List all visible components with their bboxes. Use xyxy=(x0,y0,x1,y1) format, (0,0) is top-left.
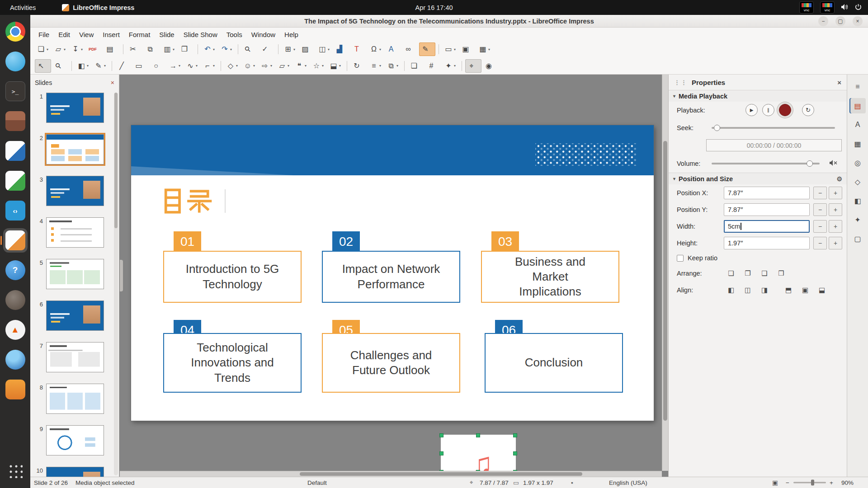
stepper-plus-button[interactable]: + xyxy=(829,220,842,233)
play-button[interactable]: ▶ xyxy=(745,104,758,116)
seek-slider-thumb[interactable] xyxy=(714,125,720,131)
volume-icon[interactable] xyxy=(841,4,849,12)
browser-icon[interactable] xyxy=(3,347,28,372)
toc-item-box[interactable]: Business and Market Implications xyxy=(481,251,619,303)
zoom-slider[interactable] xyxy=(793,482,826,483)
slide-editing-area[interactable]: 目录 01 Introduction to 5G Technology 02 I… xyxy=(131,125,654,421)
shadow-button[interactable]: ❏ xyxy=(408,59,424,73)
slide-thumbnail[interactable] xyxy=(46,342,104,372)
power-icon[interactable] xyxy=(855,4,862,12)
stepper-minus-button[interactable]: − xyxy=(813,220,827,233)
glue-points-button[interactable]: ◉ xyxy=(482,59,499,73)
toc-item[interactable]: 03 Business and Market Implications xyxy=(481,231,619,303)
position-x-field[interactable]: 7.87″ xyxy=(724,187,810,199)
align-center-button[interactable]: ◫ xyxy=(741,284,755,296)
crop-button[interactable]: # xyxy=(425,59,441,73)
cut-button[interactable]: ✂ xyxy=(127,42,143,56)
menu-item[interactable]: Format xyxy=(124,29,155,40)
show-applications-icon[interactable] xyxy=(7,463,23,483)
new-slide-button[interactable]: ▭▾ xyxy=(442,42,458,56)
position-size-section-header[interactable]: ▾ Position and Size ⚙ xyxy=(669,173,847,184)
media-playback-section-header[interactable]: ▾ Media Playback xyxy=(669,90,847,102)
help-icon[interactable]: ? xyxy=(3,258,28,282)
slide-thumbnail[interactable] xyxy=(46,134,104,164)
save-button[interactable]: ↧▾ xyxy=(69,42,85,56)
cursor-position-value[interactable]: 7.87 / 7.87 xyxy=(480,479,509,486)
slide-thumbnail[interactable] xyxy=(46,217,104,248)
menu-item[interactable]: Slide Show xyxy=(179,29,222,40)
slide-thumbnail[interactable] xyxy=(46,384,104,414)
special-character-button[interactable]: Ω▾ xyxy=(368,42,384,56)
zoom-out-button[interactable]: − xyxy=(786,479,789,486)
menu-item[interactable]: Tools xyxy=(222,29,247,40)
menu-item[interactable]: Edit xyxy=(54,29,75,40)
volume-slider[interactable] xyxy=(712,163,820,164)
insert-image-button[interactable]: ▨ xyxy=(299,42,315,56)
paste-button[interactable]: ▥▾ xyxy=(161,42,177,56)
width-field[interactable]: 5cm xyxy=(724,220,810,233)
stepper-minus-button[interactable]: − xyxy=(813,203,827,216)
slide-thumbnail[interactable] xyxy=(46,176,104,206)
stop-button[interactable] xyxy=(779,104,791,116)
block-arrows-button[interactable]: ⇨▾ xyxy=(259,59,275,73)
activities-button[interactable]: Activities xyxy=(10,4,36,11)
slide-thumbnail[interactable] xyxy=(46,467,104,477)
print-button[interactable]: ▤ xyxy=(104,42,120,56)
slide-thumbnail[interactable] xyxy=(46,93,104,123)
toc-item-box[interactable]: Introduction to 5G Technology xyxy=(163,251,302,303)
menu-item[interactable]: Insert xyxy=(98,29,124,40)
symbol-shapes-button[interactable]: ☺▾ xyxy=(241,59,258,73)
send-to-back-button[interactable]: ❒ xyxy=(774,267,788,280)
vscode-icon[interactable]: ‹› xyxy=(3,198,28,223)
send-backward-button[interactable]: ❑ xyxy=(757,267,772,280)
slides-panel-scrollbar[interactable] xyxy=(114,93,118,475)
edit-points-button[interactable]: ⌖ xyxy=(465,59,481,73)
stepper-minus-button[interactable]: − xyxy=(813,237,827,249)
zoom-tool-button[interactable]: ⚲ xyxy=(52,59,68,73)
menu-item[interactable]: Help xyxy=(280,29,303,40)
writer-icon[interactable] xyxy=(3,139,28,163)
rotate-button[interactable]: ↻ xyxy=(350,59,367,73)
software-icon[interactable] xyxy=(3,377,28,402)
toc-item-box[interactable]: Technological Innovations and Trends xyxy=(163,333,302,393)
stars-button[interactable]: ☆▾ xyxy=(310,59,326,73)
basic-shapes-button[interactable]: ◇▾ xyxy=(224,59,241,73)
minimize-button[interactable]: − xyxy=(818,16,828,26)
slide-thumbnail[interactable] xyxy=(46,300,104,331)
zoom-slider-thumb[interactable] xyxy=(811,480,814,486)
vnc-icon[interactable]: vnc xyxy=(820,1,835,14)
master-slides-tab-icon[interactable]: ▢ xyxy=(849,231,866,246)
align-objects-button[interactable]: ≡▾ xyxy=(368,59,384,73)
loop-button[interactable]: ↻ xyxy=(802,104,814,116)
close-button[interactable]: × xyxy=(853,16,863,26)
export-pdf-button[interactable]: PDF xyxy=(86,42,103,56)
selection-handle[interactable] xyxy=(476,433,480,437)
bring-to-front-button[interactable]: ❏ xyxy=(724,267,738,280)
maximize-button[interactable]: ▢ xyxy=(835,16,845,26)
vnc-icon[interactable]: vnc xyxy=(799,1,814,14)
zoom-in-button[interactable]: + xyxy=(830,479,833,486)
menu-item[interactable]: File xyxy=(34,29,54,40)
zoom-level-value[interactable]: 90% xyxy=(841,479,854,486)
arrange-button[interactable]: ⧉▾ xyxy=(385,59,401,73)
animation-tab-icon[interactable]: ✦ xyxy=(849,212,866,227)
duplicate-slide-button[interactable]: ▣ xyxy=(459,42,476,56)
mute-icon[interactable] xyxy=(829,159,838,168)
clock[interactable]: Apr 16 17:40 xyxy=(415,4,453,11)
slides-panel-close-icon[interactable]: × xyxy=(111,79,114,86)
panel-drag-handle[interactable]: ⋮⋮ xyxy=(674,79,688,86)
height-field[interactable]: 1.97″ xyxy=(724,237,810,249)
connectors-button[interactable]: ⌐▾ xyxy=(201,59,217,73)
fill-color-button[interactable]: ◧▾ xyxy=(75,59,91,73)
toc-item[interactable]: 05 Challenges and Future Outlook xyxy=(322,320,460,393)
chat-icon[interactable] xyxy=(3,49,28,74)
menu-item[interactable]: Slide xyxy=(155,29,179,40)
toc-item-box[interactable]: Challenges and Future Outlook xyxy=(322,333,460,393)
chrome-icon[interactable] xyxy=(3,19,28,44)
align-bottom-button[interactable]: ⬓ xyxy=(815,284,829,296)
toc-item-box[interactable]: Impact on Network Performance xyxy=(322,251,460,303)
insert-text-box-button[interactable]: T xyxy=(350,42,367,56)
spelling-button[interactable]: ✓ xyxy=(259,42,275,56)
window-titlebar[interactable]: The Impact of 5G Technology on the Telec… xyxy=(30,15,868,28)
gallery-tab-icon[interactable]: ▦ xyxy=(849,136,866,151)
